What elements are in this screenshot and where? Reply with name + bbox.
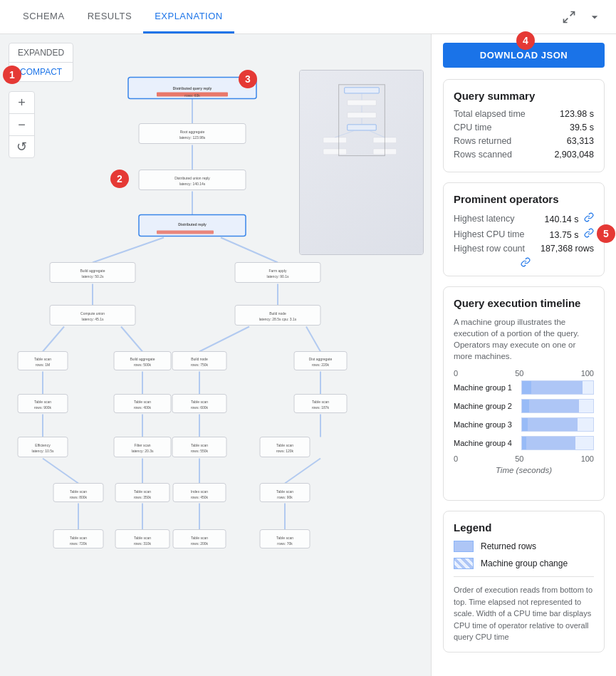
zoom-out-button[interactable]: −: [9, 114, 34, 136]
bar-label-1: Machine group 1: [454, 383, 521, 392]
stat-label-cpu: CPU time: [454, 123, 491, 132]
tab-explanation[interactable]: EXPLANATION: [143, 1, 234, 33]
legend-box-returned: [454, 541, 474, 552]
bar-label-3: Machine group 3: [454, 420, 521, 429]
svg-text:latency: 50.2s: latency: 50.2s: [82, 274, 104, 279]
svg-text:latency: 90.1s: latency: 90.1s: [267, 274, 289, 279]
svg-text:rows: 63k: rows: 63k: [184, 93, 200, 98]
svg-text:Distributed query reply: Distributed query reply: [173, 86, 212, 90]
bar-row-4: Machine group 4: [454, 436, 594, 450]
svg-line-24: [285, 459, 320, 484]
bar-fill-1: [522, 381, 583, 394]
svg-line-0: [570, 11, 575, 16]
stat-row-row-count: Highest row count 187,368 rows: [454, 244, 594, 254]
stat-row-rows-returned: Rows returned 63,313: [454, 136, 594, 146]
svg-rect-114: [344, 88, 379, 93]
main-layout: EXPANDED COMPACT + − ↺ 1 2 3: [0, 34, 616, 676]
bar-track-3: [521, 417, 594, 432]
svg-text:Table scan: Table scan: [276, 536, 293, 540]
tabs-right-controls: [559, 7, 605, 27]
svg-rect-60: [172, 352, 226, 370]
svg-text:Table scan: Table scan: [276, 443, 293, 447]
stat-value-rows-scanned: 2,903,048: [554, 150, 594, 160]
svg-rect-120: [323, 149, 346, 155]
svg-text:Distributed union reply: Distributed union reply: [174, 176, 210, 180]
svg-text:latency: 45.1s: latency: 45.1s: [82, 317, 104, 321]
latency-link-icon[interactable]: [584, 212, 594, 222]
expanded-view-button[interactable]: EXPANDED: [9, 43, 73, 63]
svg-line-1: [564, 18, 568, 22]
stat-value-rows-returned: 63,313: [567, 136, 594, 146]
svg-rect-72: [172, 395, 226, 413]
svg-rect-118: [323, 137, 346, 143]
bar-row-3: Machine group 3: [454, 417, 594, 432]
stat-value-row-count: 187,368 rows: [541, 244, 594, 254]
zoom-in-button[interactable]: +: [9, 92, 34, 114]
svg-rect-81: [114, 437, 171, 457]
legend-note: Order of execution reads from bottom to …: [454, 576, 594, 643]
stat-label-rows-returned: Rows returned: [454, 136, 511, 146]
svg-text:rows: 200k: rows: 200k: [191, 541, 209, 546]
svg-text:Build node: Build node: [269, 311, 286, 316]
minimap-inner: [300, 71, 423, 254]
svg-text:Farm apply: Farm apply: [268, 269, 287, 273]
bar-track-1: [521, 380, 594, 395]
svg-line-10: [121, 327, 142, 352]
cpu-link-icon[interactable]: [584, 228, 594, 238]
bar-row-1: Machine group 1: [454, 380, 594, 395]
bar-fill-2: [522, 400, 579, 412]
execution-timeline-desc: A machine group illustrates the executio…: [454, 316, 594, 362]
svg-text:rows: 720k: rows: 720k: [70, 541, 88, 546]
zoom-reset-button[interactable]: ↺: [9, 136, 34, 157]
svg-text:Table scan: Table scan: [134, 400, 151, 404]
chart-area: 0 50 100 Machine group 1 Machine group 2: [454, 369, 594, 492]
legend-title: Legend: [454, 521, 594, 534]
execution-timeline-title: Query execution timeline: [454, 297, 594, 309]
svg-rect-36: [139, 170, 246, 190]
svg-rect-116: [347, 113, 375, 118]
more-options-button[interactable]: [585, 7, 605, 27]
stat-label-cpu-time: Highest CPU time: [454, 229, 524, 239]
svg-rect-63: [294, 352, 347, 370]
row-count-link-icon[interactable]: [521, 257, 531, 267]
svg-rect-57: [114, 352, 171, 370]
bar-row-2: Machine group 2: [454, 399, 594, 413]
stat-row-cpu: CPU time 39.5 s: [454, 123, 594, 132]
svg-rect-45: [235, 263, 320, 283]
tab-schema[interactable]: SCHEMA: [11, 1, 76, 33]
svg-line-12: [306, 327, 320, 352]
execution-timeline-card: Query execution timeline A machine group…: [443, 286, 605, 501]
legend-card: Legend Returned rows Machine group chang…: [443, 511, 605, 652]
legend-item-returned: Returned rows: [454, 541, 594, 552]
bar-track-2: [521, 399, 594, 413]
bar-accent-1: [522, 381, 531, 394]
circle-label-4: 4: [516, 31, 535, 50]
bar-accent-4: [522, 437, 526, 449]
svg-text:rows: 750k: rows: 750k: [191, 363, 209, 367]
fullscreen-button[interactable]: [559, 7, 579, 27]
svg-text:Table scan: Table scan: [191, 443, 208, 447]
right-panel: DOWNLOAD JSON Query summary Total elapse…: [431, 34, 616, 676]
stat-value-cpu: 39.5 s: [570, 123, 594, 132]
tab-results[interactable]: RESULTS: [76, 1, 144, 33]
svg-text:Root aggregate: Root aggregate: [180, 130, 205, 134]
svg-rect-69: [114, 395, 171, 413]
stat-value-cpu-time: 13.75 s: [550, 228, 595, 240]
svg-text:latency: 28.5s cpu: 3.1s: latency: 28.5s cpu: 3.1s: [259, 317, 297, 321]
zoom-controls: + − ↺: [9, 91, 35, 158]
svg-text:Filter scan: Filter scan: [134, 443, 150, 447]
svg-text:Table scan: Table scan: [276, 489, 293, 494]
svg-rect-115: [347, 100, 375, 105]
svg-text:rows: 500k: rows: 500k: [134, 363, 152, 367]
svg-line-126: [369, 131, 385, 137]
left-panel: EXPANDED COMPACT + − ↺ 1 2 3: [0, 34, 431, 676]
svg-text:Table scan: Table scan: [70, 536, 87, 540]
svg-text:Index scan: Index scan: [191, 489, 208, 494]
stat-value-latency: 140.14 s: [545, 212, 594, 224]
prominent-operators-title: Prominent operators: [454, 193, 594, 205]
svg-rect-42: [50, 263, 135, 283]
svg-text:Table scan: Table scan: [70, 489, 87, 494]
stat-row-cpu-time: Highest CPU time 13.75 s: [454, 228, 594, 240]
svg-text:latency: 20.3s: latency: 20.3s: [132, 449, 154, 453]
svg-text:Table scan: Table scan: [34, 357, 51, 361]
